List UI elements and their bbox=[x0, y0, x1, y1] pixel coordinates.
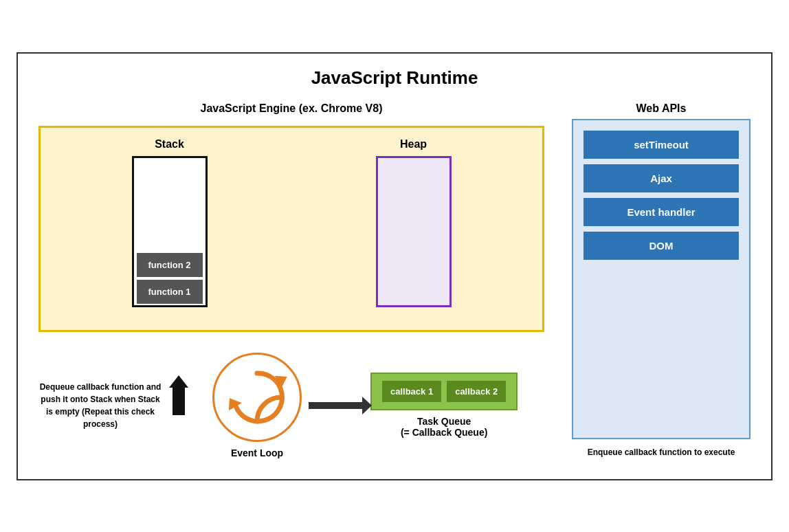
arrow-to-task-queue bbox=[309, 402, 364, 409]
arrow-up-head bbox=[169, 375, 188, 388]
dequeue-label: Dequeue callback function and push it on… bbox=[38, 381, 162, 430]
webapi-dom: DOM bbox=[584, 232, 739, 260]
callback-1: callback 1 bbox=[382, 381, 441, 402]
stack-label: Stack bbox=[155, 138, 184, 151]
enqueue-section: Enqueue callback function to execute bbox=[572, 446, 751, 458]
task-queue-label: Task Queue (= Callback Queue) bbox=[401, 416, 487, 438]
right-section: Web APIs setTimeout Ajax Event handler D… bbox=[572, 102, 751, 458]
stack-area: Stack function 2 function 1 bbox=[54, 138, 285, 316]
webapi-settimeout: setTimeout bbox=[584, 131, 739, 159]
diagram-container: JavaScript Runtime JavaScript Engine (ex… bbox=[16, 52, 773, 480]
webapis-box: setTimeout Ajax Event handler DOM bbox=[572, 119, 751, 439]
heap-area: Heap bbox=[298, 138, 529, 316]
callback-2: callback 2 bbox=[447, 381, 506, 402]
event-loop-section: Event Loop bbox=[212, 353, 302, 458]
event-loop-circle bbox=[212, 353, 302, 442]
webapi-ajax: Ajax bbox=[584, 164, 739, 192]
task-queue-box: callback 1 callback 2 bbox=[370, 373, 518, 410]
js-engine-box: Stack function 2 function 1 Heap bbox=[38, 126, 544, 332]
webapis-label: Web APIs bbox=[572, 102, 751, 115]
arrow-up-shaft bbox=[173, 388, 185, 415]
stack-container: function 2 function 1 bbox=[132, 156, 208, 307]
task-queue-section: callback 1 callback 2 Task Queue (= Call… bbox=[370, 373, 518, 438]
heap-container bbox=[376, 156, 452, 307]
stack-function-2: function 2 bbox=[137, 253, 203, 277]
main-title: JavaScript Runtime bbox=[38, 67, 751, 89]
js-engine-label: JavaScript Engine (ex. Chrome V8) bbox=[38, 102, 544, 115]
content-area: JavaScript Engine (ex. Chrome V8) Stack … bbox=[38, 102, 751, 458]
stack-function-1: function 1 bbox=[137, 280, 203, 304]
heap-label: Heap bbox=[400, 138, 427, 151]
event-loop-label: Event Loop bbox=[231, 447, 283, 458]
bottom-area: Dequeue callback function and push it on… bbox=[38, 353, 544, 458]
webapi-event-handler: Event handler bbox=[584, 198, 739, 226]
left-section: JavaScript Engine (ex. Chrome V8) Stack … bbox=[38, 102, 544, 458]
enqueue-label: Enqueue callback function to execute bbox=[572, 446, 751, 458]
event-loop-icon bbox=[226, 366, 288, 428]
